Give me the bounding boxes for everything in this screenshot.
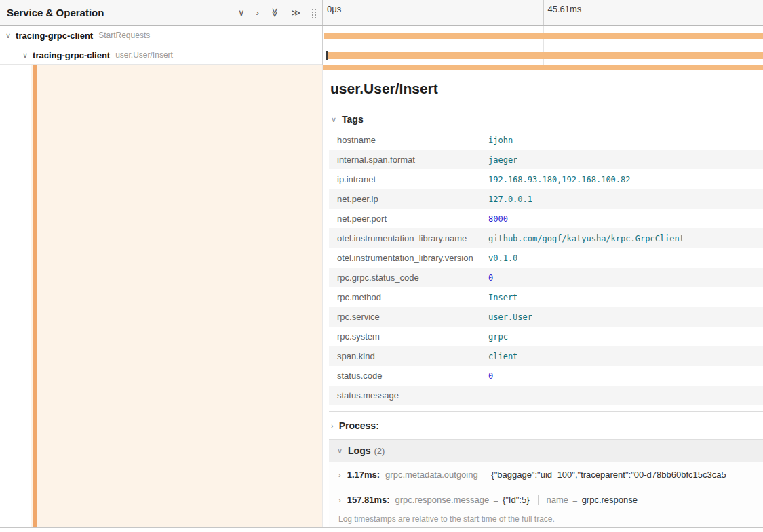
panel-resize-grip[interactable] — [311, 8, 317, 18]
selected-span-highlight — [31, 65, 322, 527]
tag-row: net.peer.ip 127.0.0.1 — [329, 189, 763, 209]
tag-key: rpc.service — [329, 312, 488, 322]
chevron-down-icon: ∨ — [331, 115, 336, 124]
tag-row: rpc.method Insert — [329, 287, 763, 307]
tag-value: 127.0.0.1 — [488, 195, 532, 204]
log-timestamp: 1.17ms: — [347, 470, 380, 480]
tags-section-label: Tags — [342, 114, 364, 125]
span-operation-name: StartRequests — [98, 30, 150, 40]
span-detail-panel: user.User/Insert ∨ Tags hostname ijohn i… — [322, 65, 763, 527]
chevron-right-icon: › — [331, 422, 334, 430]
log-equals-sign: = — [572, 495, 578, 505]
process-section-toggle[interactable]: › Process: — [329, 412, 763, 439]
log-field-name: grpc.response.message — [395, 495, 490, 505]
tag-row: ip.intranet 192.168.93.180,192.168.100.8… — [329, 169, 763, 189]
span-bar[interactable] — [328, 52, 763, 59]
tag-value: jaeger — [488, 155, 517, 165]
tag-key: rpc.system — [329, 331, 488, 342]
tag-value: 8000 — [488, 214, 508, 224]
span-service-name: tracing-grpc-client — [16, 30, 93, 41]
logs-section-toggle[interactable]: ∨ Logs (2) — [329, 440, 763, 462]
log-equals-sign: = — [493, 495, 498, 505]
timeline-header-row: Service & Operation ∨ › ≫ ≫ 0μs 45.61ms — [0, 0, 763, 26]
span-tree-gutter — [0, 65, 322, 527]
tree-guide-line — [9, 65, 9, 527]
tag-row: net.peer.port 8000 — [329, 209, 763, 228]
log-field-name: grpc.metadata.outgoing — [385, 470, 478, 480]
tag-row: otel.instrumentation_library.name github… — [329, 228, 763, 248]
log-equals-sign: = — [482, 470, 488, 480]
chevron-right-icon[interactable]: › — [256, 8, 258, 17]
tag-key: otel.instrumentation_library.name — [329, 233, 488, 243]
chevron-right-icon: › — [338, 471, 341, 479]
logs-count-badge: (2) — [374, 446, 385, 456]
tag-key: net.peer.port — [329, 213, 488, 224]
tag-row: status.code 0 — [329, 366, 763, 386]
tag-value: user.User — [488, 312, 532, 322]
chevron-right-icon: › — [338, 496, 341, 504]
logs-list: › 1.17ms: grpc.metadata.outgoing = {"bag… — [329, 462, 763, 527]
span-bar[interactable] — [324, 33, 763, 39]
tag-value: 0 — [488, 371, 493, 381]
tag-value: 0 — [488, 273, 493, 283]
span-row-user-insert[interactable]: ∨ tracing-grpc-client user.User/Insert — [0, 45, 763, 65]
tag-value: github.com/gogf/katyusha/krpc.GrpcClient — [488, 234, 684, 243]
ruler-tick-mid: 45.61ms — [543, 0, 582, 25]
logs-section-header: ∨ Logs (2) — [329, 439, 763, 462]
service-operation-header: Service & Operation ∨ › ≫ ≫ — [0, 0, 322, 25]
process-section-label: Process: — [339, 420, 379, 431]
tag-row: internal.span.format jaeger — [329, 150, 763, 169]
tag-value: ijohn — [488, 136, 513, 145]
tag-key: net.peer.ip — [329, 194, 488, 204]
tag-row: hostname ijohn — [329, 130, 763, 150]
span-name-cell[interactable]: ∨ tracing-grpc-client StartRequests — [0, 26, 322, 45]
tag-value: v0.1.0 — [488, 253, 517, 263]
double-chevron-right-icon[interactable]: ≫ — [291, 8, 300, 17]
tag-row: rpc.grpc.status_code 0 — [329, 268, 763, 287]
tag-row: rpc.system grpc — [329, 327, 763, 346]
span-service-name: tracing-grpc-client — [33, 50, 110, 60]
log-entry[interactable]: › 1.17ms: grpc.metadata.outgoing = {"bag… — [329, 462, 763, 487]
tag-key: ip.intranet — [329, 174, 488, 184]
log-field-divider — [538, 495, 539, 505]
span-color-stripe — [33, 65, 37, 527]
tag-row: otel.instrumentation_library.version v0.… — [329, 248, 763, 268]
span-row-start-requests[interactable]: ∨ tracing-grpc-client StartRequests — [0, 26, 763, 45]
span-name-cell[interactable]: ∨ tracing-grpc-client user.User/Insert — [0, 45, 322, 65]
tag-value: client — [488, 352, 517, 361]
span-timeline-cell[interactable] — [322, 26, 763, 45]
span-detail-accent-bar — [323, 65, 763, 70]
log-field-value: {"baggage":"uid=100","traceparent":"00-d… — [491, 470, 726, 480]
log-entry[interactable]: › 157.81ms: grpc.response.message = {"Id… — [329, 487, 763, 512]
span-timeline-cell[interactable] — [322, 45, 763, 65]
span-operation-name: user.User/Insert — [115, 50, 173, 60]
log-timestamp: 157.81ms: — [347, 495, 390, 505]
process-section: › Process: — [329, 411, 763, 439]
chevron-down-icon: ∨ — [337, 447, 343, 455]
tag-value: grpc — [488, 332, 508, 342]
tag-row: rpc.service user.User — [329, 307, 763, 327]
tag-key: rpc.grpc.status_code — [329, 272, 488, 283]
log-field-name: name — [547, 495, 569, 505]
tree-guide-line — [26, 65, 26, 527]
tags-section-toggle[interactable]: ∨ Tags — [329, 106, 763, 130]
expand-collapse-controls: ∨ › ≫ ≫ — [238, 8, 300, 17]
trace-timeline-view: Service & Operation ∨ › ≫ ≫ 0μs 45.61ms … — [0, 0, 763, 528]
chevron-down-icon[interactable]: ∨ — [22, 51, 28, 60]
span-detail-title: user.User/Insert — [329, 70, 763, 106]
service-operation-title: Service & Operation — [7, 7, 238, 18]
chevron-down-icon[interactable]: ∨ — [5, 31, 11, 40]
double-chevron-down-icon[interactable]: ≫ — [271, 8, 279, 18]
span-detail-body: user.User/Insert ∨ Tags hostname ijohn i… — [323, 70, 763, 527]
chevron-down-icon[interactable]: ∨ — [238, 8, 245, 17]
tag-row: span.kind client — [329, 346, 763, 366]
tag-value: Insert — [488, 293, 517, 302]
tag-key: hostname — [329, 135, 488, 145]
span-start-tick — [326, 51, 328, 60]
logs-footer-note: Log timestamps are relative to the start… — [329, 512, 763, 527]
timeline-ruler: 0μs 45.61ms — [322, 0, 763, 25]
tag-key: status.code — [329, 371, 488, 381]
tag-key: status.message — [329, 390, 488, 401]
ruler-tick-start: 0μs — [323, 0, 341, 25]
tags-table: hostname ijohn internal.span.format jaeg… — [329, 130, 763, 405]
